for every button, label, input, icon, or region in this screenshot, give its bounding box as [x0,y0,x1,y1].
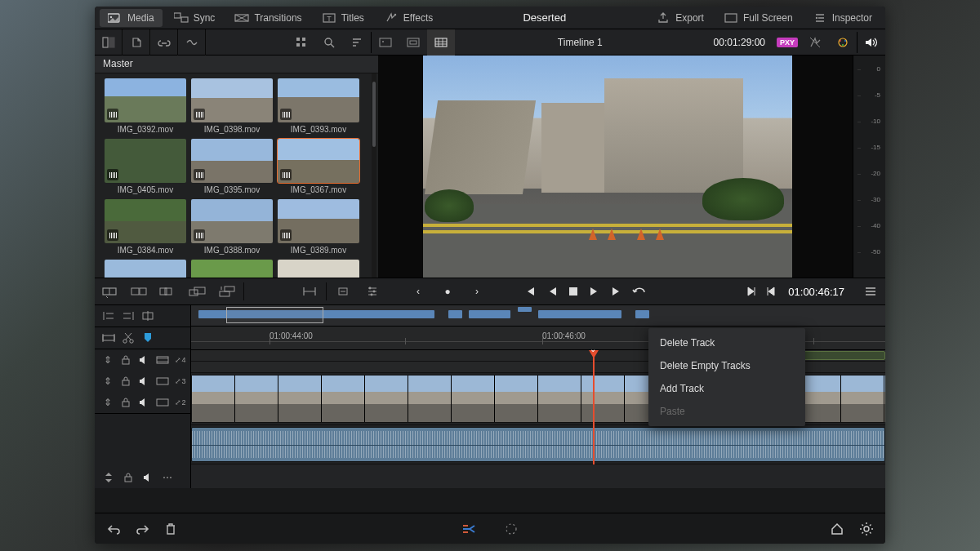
track-v4-resize-icon[interactable]: ⇕ [101,353,114,367]
undo-button[interactable] [106,522,121,535]
smart-insert-button[interactable] [95,278,124,305]
track-swap-v4[interactable]: ⤢4 [174,353,187,367]
delete-button[interactable] [165,522,176,535]
trim-end-icon[interactable] [121,309,136,323]
bin-header[interactable]: Master [95,56,378,73]
split-icon[interactable] [140,309,155,323]
tools-menu-button[interactable] [328,278,358,305]
sort-button[interactable] [343,29,371,56]
place-ontop-button[interactable] [212,278,242,305]
sliders-button[interactable] [358,278,387,305]
prev-edit-button[interactable] [765,286,777,297]
play-rev-button[interactable] [547,286,559,297]
home-button[interactable] [830,522,844,535]
timeline-timecode[interactable]: 01:00:46:17 [777,286,856,298]
clip-item[interactable] [191,260,273,278]
timeline-main[interactable]: 01:00:44:00 01:00:46:00 ⌄ fx ✲ V1 A [191,305,885,488]
search-button[interactable] [315,29,343,56]
clip-item[interactable]: IMG_0393.mov [278,78,359,134]
transition-button[interactable] [178,29,206,56]
settings-button[interactable] [859,522,874,536]
timeline-overview[interactable] [191,305,885,327]
bin-scrollbar[interactable] [372,73,376,278]
jog-record[interactable]: ● [433,278,462,305]
ctx-delete-track[interactable]: Delete Track [648,331,805,354]
titles-tab[interactable]: T Titles [314,9,372,27]
clip-item[interactable]: IMG_0405.mov [105,139,186,194]
ctx-delete-empty-tracks[interactable]: Delete Empty Tracks [648,354,805,377]
bin-grid[interactable]: IMG_0392.movIMG_0398.movIMG_0393.movIMG_… [95,73,378,278]
loop-button[interactable] [632,286,647,297]
track-swap-v2[interactable]: ⤢2 [174,395,187,410]
play-button[interactable] [588,286,599,297]
overlay-2-button[interactable] [399,29,427,56]
clip-item[interactable]: IMG_0392.mov [105,78,186,134]
overlay-3-button[interactable] [427,29,455,56]
audio-clip[interactable] [191,427,885,462]
collapse-icon[interactable] [101,470,116,485]
clip-item[interactable]: IMG_0395.mov [191,139,273,194]
clip-item[interactable]: IMG_0384.mov [105,199,186,255]
stop-button[interactable] [568,287,578,296]
track-v3-resize-icon[interactable]: ⇕ [101,374,114,389]
track-swap-v3[interactable]: ⤢3 [174,374,187,389]
jog-next[interactable]: › [462,278,492,305]
color-menu-button[interactable] [829,29,857,56]
go-end-button[interactable] [609,286,622,297]
proxy-toggle[interactable]: PXY [773,29,801,56]
append-button[interactable] [124,278,154,305]
panel-layout-1-button[interactable] [95,29,122,56]
go-start-button[interactable] [524,286,537,297]
track-v3-mute-icon[interactable] [137,374,150,389]
sync-tab[interactable]: Sync [166,9,224,27]
import-button[interactable] [122,29,150,56]
film-strip3-icon[interactable] [156,395,169,410]
clip-item[interactable]: IMG_0398.mov [191,78,273,134]
clip-item[interactable]: IMG_0388.mov [191,199,273,255]
page-cut-icon[interactable] [461,522,476,536]
jog-prev[interactable]: ‹ [403,278,433,305]
next-edit-button[interactable] [746,286,757,297]
ripple-overwrite-button[interactable] [154,278,183,305]
clip-item[interactable] [105,260,186,278]
track-v3-lock-icon[interactable] [119,374,132,389]
link-clip-button[interactable] [150,29,178,56]
track-v4-lock-icon[interactable] [119,353,132,367]
clip-item[interactable] [278,260,359,278]
inspector-button[interactable]: Inspector [804,9,880,27]
clip-item[interactable]: IMG_0367.mov [278,139,359,194]
fullscreen-button[interactable]: Full Screen [715,9,801,27]
redo-button[interactable] [136,522,150,535]
track-v2-lock-icon[interactable] [119,395,132,410]
page-loading-icon[interactable] [504,522,519,536]
transitions-tab[interactable]: Transitions [226,9,310,27]
lock-all-icon[interactable] [121,470,136,485]
film-strip-icon[interactable] [156,353,169,367]
timeline-menu-button[interactable] [856,278,885,305]
options-icon[interactable]: ⋯ [160,470,175,485]
playhead[interactable] [593,350,595,464]
track-v4-mute-icon[interactable] [137,353,150,367]
viewer-canvas[interactable] [379,56,853,278]
media-tab[interactable]: Media [100,9,163,27]
razor-icon[interactable] [121,331,136,345]
range-icon[interactable] [101,331,116,345]
film-strip2-icon[interactable] [156,374,169,389]
clip-item[interactable]: IMG_0389.mov [278,199,359,255]
overlay-1-button[interactable] [372,29,399,56]
viewer-timecode[interactable]: 00:01:29:00 [706,37,773,48]
speaker-button[interactable] [858,29,885,56]
export-button[interactable]: Export [648,9,712,27]
closeup-button[interactable] [183,278,212,305]
track-a1[interactable]: A1 [191,425,885,464]
trim-mode-button[interactable] [295,278,324,305]
mute-all-icon[interactable] [140,470,155,485]
track-v2-resize-icon[interactable]: ⇕ [101,395,114,410]
track-v2-mute-icon[interactable] [137,395,150,410]
effects-tab[interactable]: Effects [376,9,441,27]
ctx-add-track[interactable]: Add Track [648,377,805,400]
view-grid-button[interactable] [287,29,315,56]
marker-icon[interactable] [140,331,155,345]
trim-start-icon[interactable] [101,309,116,323]
bypass-fx-button[interactable] [801,29,829,56]
